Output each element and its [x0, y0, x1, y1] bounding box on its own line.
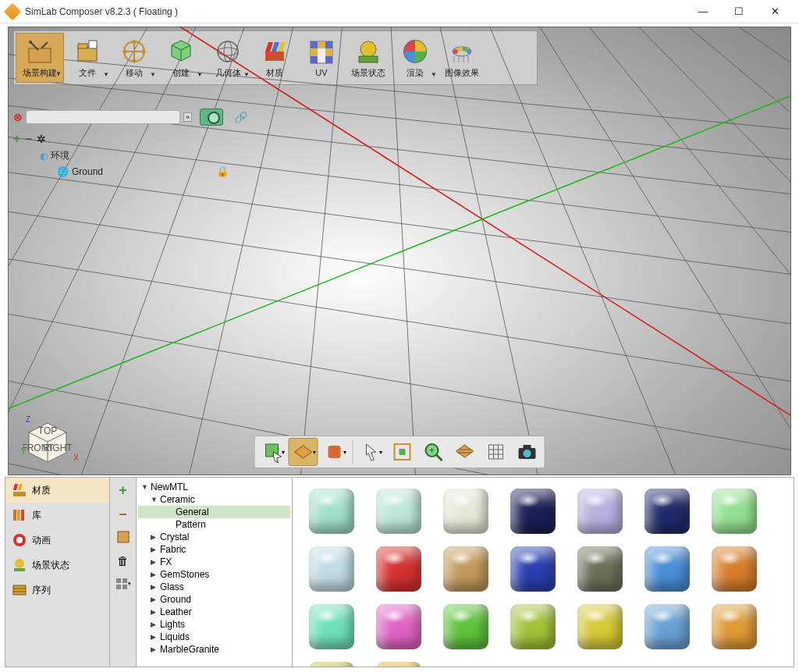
tree-node[interactable]: ▶Fabric	[138, 543, 290, 556]
nav-sequence[interactable]: 序列	[5, 578, 109, 603]
library-icon[interactable]	[114, 529, 133, 545]
pointer-button[interactable]: ▾	[357, 438, 386, 466]
3d-viewport[interactable]: 场景构建▼文件▼移动▼创建▼几何体▼材质UV场景状态渲染▼图像效果 ⊗ » 🔗 …	[8, 27, 791, 475]
material-swatch[interactable]	[636, 599, 698, 654]
tree-node[interactable]: ▶Leather	[138, 606, 290, 618]
svg-rect-101	[13, 585, 26, 595]
tree-node[interactable]: General	[138, 506, 290, 518]
tree-node[interactable]: ▼Ceramic	[138, 493, 290, 506]
tree-node[interactable]: Pattern	[138, 518, 290, 531]
material-swatch[interactable]	[435, 484, 497, 539]
material-swatch[interactable]	[300, 599, 363, 654]
material-swatch[interactable]	[569, 542, 631, 596]
lock-icon[interactable]: 🔒	[216, 165, 229, 177]
tree-node[interactable]: ▼NewMTL	[138, 481, 290, 493]
material-swatch[interactable]	[368, 657, 430, 667]
material-swatch[interactable]	[703, 484, 765, 539]
camera-icon[interactable]	[200, 108, 223, 126]
snapshot-button[interactable]	[513, 438, 542, 466]
toolbar-scene-state-button[interactable]: 场景状态	[345, 33, 392, 83]
svg-line-13	[149, 27, 297, 475]
tree-node[interactable]: ▶GemStones	[138, 568, 290, 581]
close-icon[interactable]: ⊗	[13, 111, 23, 123]
toolbar-file-button[interactable]: 文件▼	[64, 33, 111, 83]
toolbar-render-button[interactable]: 渲染▼	[392, 33, 439, 83]
tree-node[interactable]: ▶Ground	[138, 593, 290, 606]
grid-toggle-button[interactable]: ▾	[289, 438, 318, 466]
nav-animation[interactable]: 动画	[5, 528, 109, 553]
svg-marker-32	[89, 41, 97, 48]
fit-view-button[interactable]	[388, 438, 417, 466]
tree-label: Pattern	[176, 519, 206, 530]
search-expand-icon[interactable]: »	[183, 112, 192, 122]
close-button[interactable]: ✕	[757, 0, 793, 23]
svg-point-61	[458, 47, 463, 52]
svg-point-42	[218, 41, 238, 62]
svg-line-78	[437, 455, 442, 460]
tree-node[interactable]: ▶Liquids	[138, 631, 290, 643]
library-icon	[12, 507, 27, 523]
material-swatch[interactable]	[569, 599, 631, 654]
material-swatch[interactable]	[636, 484, 698, 539]
material-swatch[interactable]	[502, 484, 564, 539]
material-swatch[interactable]	[368, 484, 430, 539]
title-bar: SimLab Composer v8.2.3 ( Floating ) — ☐ …	[0, 0, 799, 23]
material-swatch[interactable]	[703, 542, 765, 596]
material-swatch[interactable]	[703, 599, 765, 654]
select-mode-button[interactable]: ▾	[257, 438, 287, 466]
grid-view-icon[interactable]: ▾	[114, 576, 133, 592]
toolbar-label: 图像效果	[445, 67, 479, 79]
link-icon[interactable]: 🔗	[234, 111, 247, 123]
perspective-button[interactable]	[450, 438, 480, 466]
tree-node[interactable]: ▶MarbleGranite	[138, 643, 290, 656]
material-swatch[interactable]	[502, 599, 564, 654]
axis-x-label: X	[73, 453, 79, 462]
tree-node[interactable]: ▶FX	[138, 556, 290, 568]
tree-node[interactable]: ▶Lights	[138, 618, 290, 631]
wireframe-button[interactable]	[481, 438, 511, 466]
add-icon[interactable]: +	[13, 132, 20, 146]
toolbar-create-button[interactable]: 创建▼	[158, 33, 204, 83]
nav-scene-state[interactable]: 场景状态	[5, 553, 109, 578]
tree-item-ground[interactable]: 🌐 Ground 🔒	[13, 164, 247, 179]
toolbar-materials-button[interactable]: 材质	[251, 33, 298, 83]
shading-mode-button[interactable]: ▾	[320, 438, 350, 466]
remove-icon[interactable]: –	[25, 132, 32, 146]
nav-materials[interactable]: 材质	[5, 478, 109, 503]
material-swatch[interactable]	[569, 484, 631, 539]
material-swatch[interactable]	[435, 599, 497, 654]
tree-node[interactable]: ▶Crystal	[138, 531, 290, 543]
material-swatch[interactable]	[368, 599, 430, 654]
zoom-button[interactable]: +	[419, 438, 449, 466]
scene-tree-panel: ⊗ » 🔗 + – ✲ ◐ 环境 🌐 Ground 🔒	[13, 108, 247, 179]
remove-material-icon[interactable]: –	[114, 506, 133, 521]
maximize-button[interactable]: ☐	[721, 0, 757, 23]
material-swatch[interactable]	[300, 542, 363, 596]
scene-search-input[interactable]	[26, 110, 180, 124]
toolbar-move-button[interactable]: 移动▼	[111, 33, 158, 83]
material-swatch[interactable]	[636, 542, 698, 596]
tree-item-environment[interactable]: ◐ 环境	[13, 148, 247, 164]
toolbar-geometry-button[interactable]: 几何体▼	[204, 33, 251, 83]
toolbar-image-fx-button[interactable]: 图像效果	[439, 33, 485, 83]
svg-rect-93	[13, 492, 26, 496]
app-icon	[4, 2, 22, 20]
minimize-button[interactable]: —	[685, 0, 721, 23]
trash-icon[interactable]: 🗑	[114, 553, 133, 568]
tree-label: Glass	[160, 581, 184, 592]
settings-icon[interactable]: ✲	[37, 133, 46, 145]
material-swatch[interactable]	[368, 542, 430, 596]
material-swatch[interactable]	[300, 484, 363, 539]
material-swatch[interactable]	[300, 657, 363, 667]
material-swatch[interactable]	[502, 542, 564, 596]
nav-library[interactable]: 库	[5, 503, 109, 528]
add-material-icon[interactable]: +	[114, 482, 133, 498]
view-cube[interactable]: TOP FRONT RIGHT Z Y X	[23, 417, 73, 467]
tree-node[interactable]: ▶Glass	[138, 581, 290, 593]
tree-label: GemStones	[160, 569, 209, 580]
nav-label: 序列	[32, 584, 51, 597]
toolbar-uv-button[interactable]: UV	[298, 33, 345, 83]
material-swatch[interactable]	[435, 542, 497, 596]
svg-rect-54	[325, 48, 332, 56]
toolbar-scene-build-button[interactable]: 场景构建▼	[16, 33, 64, 83]
